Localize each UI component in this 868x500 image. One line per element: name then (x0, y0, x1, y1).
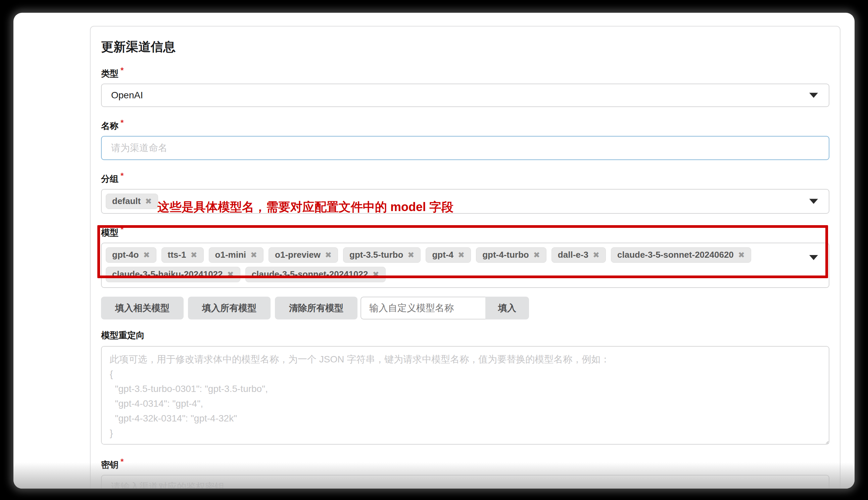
tag-label: gpt-4 (432, 250, 453, 260)
model-tag[interactable]: gpt-3.5-turbo ✖ (343, 247, 420, 263)
model-tag[interactable]: claude-3-5-haiku-20241022 ✖ (106, 267, 240, 282)
required-asterisk: * (121, 225, 124, 234)
models-label: 模型* (101, 224, 830, 238)
tag-label: o1-preview (275, 250, 320, 260)
remove-tag-icon[interactable]: ✖ (407, 251, 414, 259)
remove-tag-icon[interactable]: ✖ (145, 197, 152, 205)
tag-label: gpt-4o (112, 250, 139, 260)
type-select-value: OpenAI (111, 90, 143, 101)
remove-tag-icon[interactable]: ✖ (190, 251, 197, 259)
tag-label: gpt-3.5-turbo (349, 250, 403, 260)
tag-label: dall-e-3 (558, 250, 588, 260)
remove-tag-icon[interactable]: ✖ (533, 251, 540, 259)
fill-related-models-button[interactable]: 填入相关模型 (101, 297, 184, 319)
remove-tag-icon[interactable]: ✖ (250, 251, 257, 259)
required-asterisk: * (121, 171, 124, 180)
model-tag[interactable]: o1-mini ✖ (209, 247, 264, 263)
fill-custom-model-button[interactable]: 填入 (485, 297, 529, 319)
group-tag[interactable]: default ✖ (106, 194, 158, 209)
models-select[interactable]: gpt-4o ✖ tts-1 ✖ o1-mini ✖ o1-previ (101, 243, 830, 288)
remove-tag-icon[interactable]: ✖ (372, 271, 379, 279)
model-tag[interactable]: tts-1 ✖ (161, 247, 204, 263)
tag-label: tts-1 (168, 250, 186, 260)
redirect-label: 模型重定向 (101, 330, 830, 341)
model-buttons-row: 填入相关模型 填入所有模型 清除所有模型 填入 (101, 297, 830, 319)
group-label: 分组* (101, 170, 830, 184)
page-title: 更新渠道信息 (101, 39, 830, 55)
custom-model-group: 填入 (360, 297, 529, 319)
model-tag-list: gpt-4o ✖ tts-1 ✖ o1-mini ✖ o1-previ (106, 247, 805, 282)
tag-label: gpt-4-turbo (482, 250, 529, 260)
clear-all-models-button[interactable]: 清除所有模型 (275, 297, 358, 319)
fill-all-models-button[interactable]: 填入所有模型 (188, 297, 271, 319)
tag-label: default (112, 196, 140, 206)
type-label: 类型* (101, 65, 830, 79)
model-redirect-textarea[interactable] (101, 346, 830, 445)
remove-tag-icon[interactable]: ✖ (227, 271, 234, 279)
model-tag[interactable]: gpt-4o ✖ (106, 247, 156, 263)
model-tag[interactable]: gpt-4-turbo ✖ (476, 247, 546, 263)
remove-tag-icon[interactable]: ✖ (458, 251, 464, 259)
name-input[interactable] (101, 136, 830, 160)
model-tag[interactable]: dall-e-3 ✖ (552, 247, 606, 263)
model-tag[interactable]: gpt-4 ✖ (426, 247, 471, 263)
channel-form-card: 更新渠道信息 类型* OpenAI 名称* 分组* default ✖ 模型* (90, 26, 841, 489)
custom-model-input[interactable] (360, 297, 485, 319)
required-asterisk: * (121, 118, 124, 127)
chevron-down-icon (809, 198, 818, 204)
name-label: 名称* (101, 117, 830, 131)
app-window: 更新渠道信息 类型* OpenAI 名称* 分组* default ✖ 模型* (13, 13, 855, 489)
remove-tag-icon[interactable]: ✖ (325, 251, 331, 259)
chevron-down-icon (809, 255, 818, 260)
remove-tag-icon[interactable]: ✖ (593, 251, 599, 259)
type-select[interactable]: OpenAI (101, 83, 830, 107)
key-label: 密钥* (101, 456, 830, 470)
chevron-down-icon (809, 93, 818, 98)
remove-tag-icon[interactable]: ✖ (738, 251, 745, 259)
required-asterisk: * (121, 457, 124, 466)
remove-tag-icon[interactable]: ✖ (143, 251, 150, 259)
tag-label: claude-3-5-haiku-20241022 (112, 269, 223, 280)
required-asterisk: * (121, 66, 124, 75)
model-tag[interactable]: o1-preview ✖ (269, 247, 338, 263)
tag-label: claude-3-5-sonnet-20240620 (617, 250, 734, 260)
model-tag[interactable]: claude-3-5-sonnet-20241022 ✖ (245, 267, 386, 282)
tag-label: o1-mini (215, 250, 246, 260)
model-tag[interactable]: claude-3-5-sonnet-20240620 ✖ (611, 247, 751, 263)
annotation-text: 这些是具体模型名，需要对应配置文件中的 model 字段 (157, 199, 453, 215)
tag-label: claude-3-5-sonnet-20241022 (252, 269, 368, 280)
key-input[interactable] (101, 475, 830, 489)
